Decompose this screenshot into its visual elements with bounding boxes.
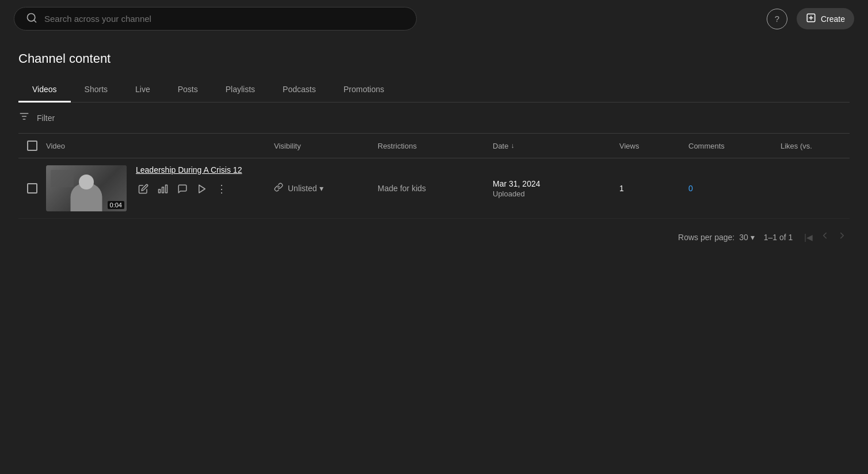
rows-per-page: Rows per page: 30 ▾ xyxy=(678,233,755,242)
main-content: Channel content Videos Shorts Live Posts… xyxy=(0,51,868,255)
filter-label[interactable]: Filter xyxy=(37,113,55,123)
link-icon xyxy=(274,183,283,194)
page-title: Channel content xyxy=(18,51,850,66)
select-all-checkbox[interactable] xyxy=(27,141,37,151)
visibility-label: Unlisted xyxy=(288,184,317,193)
filter-bar: Filter xyxy=(18,103,850,134)
svg-rect-8 xyxy=(166,185,167,193)
first-page-button[interactable]: |◀ xyxy=(802,230,815,244)
help-button[interactable]: ? xyxy=(767,9,787,29)
thumbnail-wrap: 0:04 xyxy=(46,165,127,211)
page-nav: |◀ xyxy=(802,228,850,246)
create-label: Create xyxy=(821,14,845,24)
video-actions: ⋮ xyxy=(136,180,242,198)
pagination: Rows per page: 30 ▾ 1–1 of 1 |◀ xyxy=(18,219,850,255)
tab-playlists[interactable]: Playlists xyxy=(212,78,269,103)
comments-cell: 0 xyxy=(688,184,781,193)
header-checkbox-cell[interactable] xyxy=(18,141,46,151)
header-restrictions: Restrictions xyxy=(378,142,493,150)
topbar: ? Create xyxy=(0,0,868,37)
topbar-right: ? Create xyxy=(767,8,854,29)
tab-shorts[interactable]: Shorts xyxy=(71,78,121,103)
search-icon xyxy=(26,12,37,25)
header-visibility: Visibility xyxy=(274,142,378,150)
date-cell: Mar 31, 2024 Uploaded xyxy=(493,179,619,198)
filter-icon[interactable] xyxy=(18,111,30,125)
rows-per-page-chevron: ▾ xyxy=(751,233,755,242)
tab-live[interactable]: Live xyxy=(121,78,164,103)
table-row: 0:04 Leadership During A Crisis 12 xyxy=(18,158,850,219)
search-bar[interactable] xyxy=(14,7,417,31)
edit-button[interactable] xyxy=(136,181,151,196)
date-main: Mar 31, 2024 xyxy=(493,179,619,188)
video-duration: 0:04 xyxy=(108,201,124,209)
rows-per-page-select[interactable]: 30 ▾ xyxy=(739,233,755,242)
restrictions-cell: Made for kids xyxy=(378,184,493,193)
visibility-dropdown[interactable]: Unlisted ▾ xyxy=(288,184,323,193)
rows-per-page-label: Rows per page: xyxy=(678,233,734,242)
svg-rect-10 xyxy=(159,189,161,193)
tab-promotions[interactable]: Promotions xyxy=(330,78,398,103)
prev-page-button[interactable] xyxy=(817,228,832,246)
date-sort-icon: ↓ xyxy=(511,142,514,150)
video-info: Leadership During A Crisis 12 xyxy=(136,165,242,198)
header-date[interactable]: Date ↓ xyxy=(493,142,619,150)
header-views: Views xyxy=(619,142,688,150)
comments-button[interactable] xyxy=(175,181,190,196)
date-sub: Uploaded xyxy=(493,189,619,198)
search-input[interactable] xyxy=(44,14,405,24)
tabs-nav: Videos Shorts Live Posts Playlists Podca… xyxy=(18,78,850,103)
row-checkbox-cell[interactable] xyxy=(18,183,46,194)
svg-rect-9 xyxy=(162,187,164,193)
tab-podcasts[interactable]: Podcasts xyxy=(269,78,330,103)
more-options-button[interactable]: ⋮ xyxy=(214,180,229,198)
header-video: Video xyxy=(46,142,274,150)
rows-per-page-value: 30 xyxy=(739,233,748,242)
create-icon xyxy=(806,13,816,25)
views-cell: 1 xyxy=(619,184,688,193)
create-button[interactable]: Create xyxy=(797,8,854,29)
visibility-cell: Unlisted ▾ xyxy=(274,183,378,194)
header-comments: Comments xyxy=(688,142,781,150)
video-cell: 0:04 Leadership During A Crisis 12 xyxy=(46,165,274,211)
table-header: Video Visibility Restrictions Date ↓ Vie… xyxy=(18,134,850,158)
analytics-button[interactable] xyxy=(155,181,170,196)
chevron-down-icon: ▾ xyxy=(319,184,323,193)
page-info: 1–1 of 1 xyxy=(764,233,793,242)
row-checkbox[interactable] xyxy=(27,183,37,194)
svg-line-1 xyxy=(34,20,36,22)
tab-videos[interactable]: Videos xyxy=(18,78,71,103)
video-title[interactable]: Leadership During A Crisis 12 xyxy=(136,165,242,175)
tab-posts[interactable]: Posts xyxy=(164,78,212,103)
watch-button[interactable] xyxy=(195,181,210,196)
header-likes: Likes (vs. xyxy=(781,142,850,150)
svg-marker-11 xyxy=(199,185,205,193)
next-page-button[interactable] xyxy=(835,228,850,246)
